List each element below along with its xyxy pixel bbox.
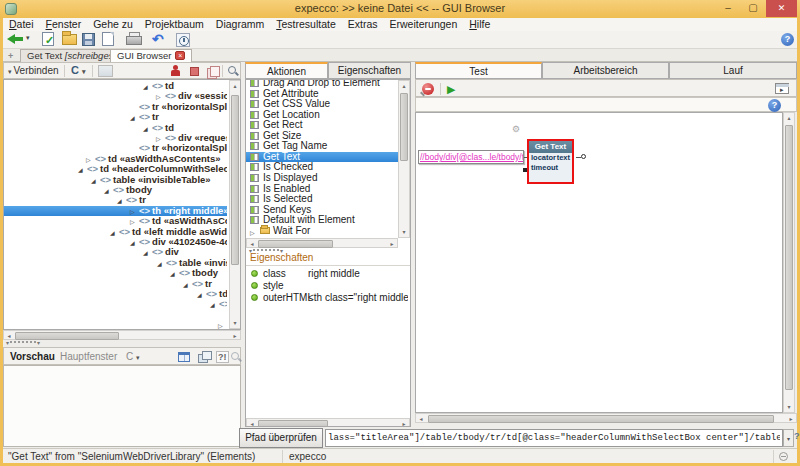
properties-hscrollbar[interactable] <box>246 418 410 427</box>
scroll-down-icon[interactable] <box>784 402 794 412</box>
expand-icon[interactable] <box>86 155 95 164</box>
collapse-icon[interactable] <box>157 259 166 268</box>
scroll-right-icon[interactable] <box>399 419 409 427</box>
tree-node-td[interactable]: <>td <box>4 81 227 91</box>
action-item-is-displayed[interactable]: Is Displayed <box>246 173 398 184</box>
add-tab-icon[interactable]: + <box>8 51 13 61</box>
collapse-icon[interactable] <box>183 280 192 289</box>
stop-icon[interactable] <box>190 67 199 76</box>
property-row[interactable]: class right middle <box>246 268 410 280</box>
tree-node-div[interactable]: <>div <box>4 247 227 257</box>
tree-node-td[interactable]: <>td «asWidthAsContents» <box>4 154 227 164</box>
tab-eigenschaften[interactable]: Eigenschaften <box>328 62 411 79</box>
expand-icon[interactable] <box>130 207 139 216</box>
back-icon[interactable]: ▾ <box>6 32 36 48</box>
preview-refresh-icon[interactable]: C ▾ <box>126 351 140 362</box>
magnifier-icon[interactable] <box>230 351 242 363</box>
scroll-down-icon[interactable] <box>399 227 409 237</box>
scroll-left-icon[interactable] <box>416 414 426 424</box>
tab-hauptfenster[interactable]: Hauptfenster <box>60 351 117 362</box>
tree-node-td[interactable]: <>td «headerColumnWithSelectBox center» <box>4 164 227 174</box>
verify-path-button[interactable]: Pfad überprüfen <box>239 428 323 448</box>
inspect-icon[interactable] <box>227 65 239 77</box>
path-dropdown-icon[interactable]: ▾ <box>783 429 794 447</box>
actions-hscrollbar[interactable] <box>246 238 398 248</box>
copy-icon[interactable] <box>207 66 219 77</box>
close-tab-icon[interactable]: × <box>175 51 185 60</box>
menu-item-fenster[interactable]: Fenster <box>40 18 88 31</box>
tree-node-td[interactable]: <>td <box>4 123 227 133</box>
help-icon[interactable]: ? <box>781 33 794 46</box>
tab-aktionen[interactable]: Aktionen <box>245 62 328 79</box>
diagram-canvas[interactable]: ⚙ //body/div[@clas...le/tbody/tr[1]/th G… <box>415 112 783 413</box>
collapse-icon[interactable] <box>143 248 152 257</box>
timeout-pin-icon[interactable] <box>523 168 527 172</box>
tree-node-div[interactable]: <>div «4102450e-4c8f-476d- <box>4 237 227 247</box>
tree-splitter-handle[interactable]: ▾▾ <box>6 340 40 346</box>
collapse-icon[interactable] <box>91 176 100 185</box>
menu-item-extras[interactable]: Extras <box>342 18 384 31</box>
tree-hscrollbar[interactable] <box>3 330 241 340</box>
pin-text[interactable]: text <box>557 153 570 163</box>
tree-node-div[interactable]: <>div «requestContextLostSp <box>4 133 227 143</box>
expand-icon[interactable] <box>156 134 165 143</box>
menu-item-diagramm[interactable]: Diagramm <box>210 18 270 31</box>
property-row[interactable]: outerHTML <th class="right middle" expec… <box>246 292 410 304</box>
menu-item-hilfe[interactable]: Hilfe <box>463 18 496 31</box>
tab-gui-browser[interactable]: GUI Browser× <box>110 49 192 62</box>
pin-locator[interactable]: locator <box>531 153 556 162</box>
tree-node-tbody[interactable]: <>tbody <box>4 268 227 278</box>
path-help-icon[interactable]: ? <box>794 431 800 441</box>
action-item-wait-for[interactable]: Wait For <box>246 226 398 237</box>
menu-item-testresultate[interactable]: Testresultate <box>270 18 342 31</box>
maximize-button[interactable]: ▢ <box>740 0 766 17</box>
minimize-button[interactable]: – <box>716 0 740 17</box>
canvas-vscrollbar[interactable] <box>783 112 795 413</box>
get-text-block[interactable]: Get Text locatortext timeout <box>527 139 574 184</box>
gear-icon[interactable]: ⚙ <box>512 124 520 134</box>
action-item-is-selected[interactable]: Is Selected <box>246 194 398 205</box>
tree-vscrollbar[interactable] <box>229 80 241 329</box>
expand-icon[interactable] <box>130 217 139 226</box>
locator-value-label[interactable]: //body/div[@clas...le/tbody/tr[1]/th <box>418 150 524 164</box>
menu-item-projektbaum[interactable]: Projektbaum <box>139 18 210 31</box>
collapse-icon[interactable] <box>78 165 87 174</box>
tree-node-td[interactable]: <>td «asWidthAsContent <box>4 216 227 226</box>
property-row[interactable]: style <box>246 280 410 292</box>
tree-node-tr[interactable]: <>tr <box>4 195 227 205</box>
scroll-up-icon[interactable] <box>230 81 240 91</box>
output-dot-icon[interactable] <box>581 154 586 159</box>
refresh-icon[interactable]: C ▾ <box>71 65 86 77</box>
tree-node-tr[interactable]: <>tr <box>4 112 227 122</box>
help-icon[interactable]: ? <box>768 99 781 112</box>
tab-test[interactable]: Test <box>415 62 542 79</box>
screenshot-icon[interactable] <box>98 65 113 77</box>
tab-arbeitsbereich[interactable]: Arbeitsbereich <box>542 62 669 79</box>
collapse-icon[interactable] <box>130 238 139 247</box>
collapse-icon[interactable] <box>210 300 219 309</box>
expand-icon[interactable] <box>156 92 165 101</box>
close-button[interactable]: ✕ <box>766 0 797 17</box>
collapse-icon[interactable] <box>143 124 152 133</box>
tree-node-tr[interactable]: <>tr «horizontalSplitter» <box>4 102 227 112</box>
scroll-right-icon[interactable] <box>230 331 240 341</box>
tree-node-div[interactable]: <>div «fil <box>4 320 227 330</box>
expand-icon[interactable] <box>218 321 227 330</box>
grid-icon[interactable] <box>178 352 190 362</box>
tree-node-div[interactable]: <>div «input <box>4 299 227 309</box>
collapse-icon[interactable] <box>197 290 206 299</box>
tab-lauf[interactable]: Lauf <box>669 62 797 79</box>
collapse-icon[interactable] <box>117 196 126 205</box>
play-icon[interactable]: ▶ <box>447 83 455 95</box>
tab-vorschau[interactable]: Vorschau <box>10 351 55 362</box>
collapse-icon[interactable] <box>170 269 179 278</box>
menu-item-erweiterungen[interactable]: Erweiterungen <box>384 18 464 31</box>
pin-timeout[interactable]: timeout <box>531 163 558 172</box>
tree-node-div[interactable]: <>div «sessionExpiredHint» <box>4 91 227 101</box>
tree-node-table[interactable]: <>table «invisibleTable i <box>4 258 227 268</box>
collapse-icon[interactable] <box>130 113 139 122</box>
connect-dropdown[interactable]: ▾ Verbinden <box>8 65 59 76</box>
scroll-right-icon[interactable] <box>786 414 796 424</box>
open-in-window-icon[interactable] <box>775 83 789 94</box>
scroll-right-icon[interactable] <box>387 239 397 249</box>
